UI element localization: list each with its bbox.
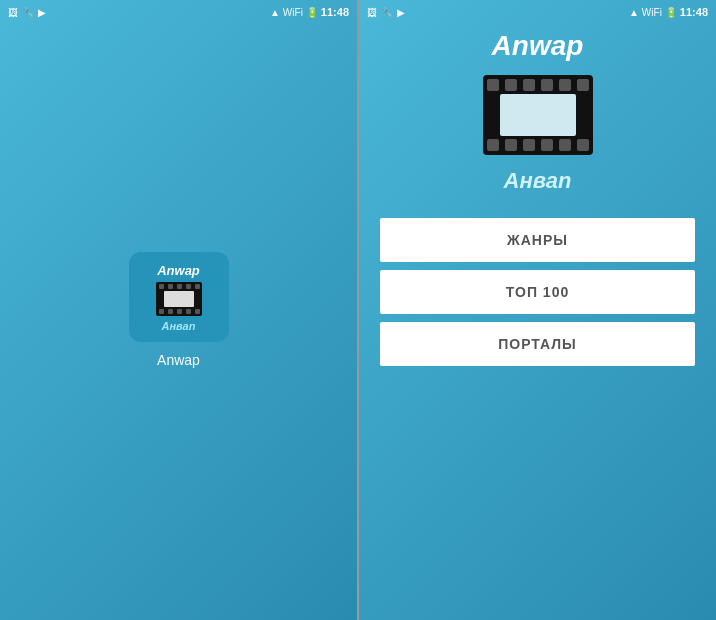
svg-rect-1 bbox=[159, 284, 164, 289]
tools-icon: 🔧 bbox=[22, 7, 34, 18]
left-status-icons-left: 🖼 🔧 ▶ bbox=[8, 7, 46, 18]
left-time: 11:48 bbox=[321, 6, 349, 18]
svg-rect-16 bbox=[541, 79, 553, 91]
left-app-icon-box: Anwap Анвап bbox=[129, 252, 229, 342]
svg-rect-8 bbox=[177, 309, 182, 314]
battery-icon: 🔋 bbox=[306, 7, 318, 18]
right-play-icon: ▶ bbox=[397, 7, 405, 18]
left-status-bar: 🖼 🔧 ▶ ▲ WiFi 🔋 11:48 bbox=[0, 0, 357, 24]
right-signal-icon: ▲ bbox=[629, 7, 639, 18]
right-status-icons-left: 🖼 🔧 ▶ bbox=[367, 7, 405, 18]
left-film-icon bbox=[154, 280, 204, 318]
left-app-icon-container[interactable]: Anwap Анвап Anwap bbox=[129, 252, 229, 368]
svg-rect-11 bbox=[164, 291, 194, 307]
top100-button[interactable]: ТОП 100 bbox=[380, 270, 694, 314]
right-status-icons-right: ▲ WiFi 🔋 11:48 bbox=[629, 6, 708, 18]
svg-rect-13 bbox=[487, 79, 499, 91]
left-status-icons-right: ▲ WiFi 🔋 11:48 bbox=[270, 6, 349, 18]
svg-rect-9 bbox=[186, 309, 191, 314]
signal-icon: ▲ bbox=[270, 7, 280, 18]
left-panel: 🖼 🔧 ▶ ▲ WiFi 🔋 11:48 Anwap bbox=[0, 0, 357, 620]
right-wifi-icon: WiFi bbox=[642, 7, 662, 18]
right-app-title: Anwap bbox=[492, 30, 584, 62]
right-time: 11:48 bbox=[680, 6, 708, 18]
right-app-subtitle: Анвап bbox=[504, 168, 572, 194]
right-status-bar: 🖼 🔧 ▶ ▲ WiFi 🔋 11:48 bbox=[359, 0, 716, 24]
svg-rect-21 bbox=[523, 139, 535, 151]
right-content: Anwap Анвап ЖАНРЫ ТОП 100 ПОРТА bbox=[359, 0, 716, 366]
right-tools-icon: 🔧 bbox=[381, 7, 393, 18]
svg-rect-14 bbox=[505, 79, 517, 91]
svg-rect-10 bbox=[195, 309, 200, 314]
menu-buttons: ЖАНРЫ ТОП 100 ПОРТАЛЫ bbox=[380, 218, 694, 366]
portals-button[interactable]: ПОРТАЛЫ bbox=[380, 322, 694, 366]
svg-rect-24 bbox=[577, 139, 589, 151]
svg-rect-15 bbox=[523, 79, 535, 91]
svg-rect-5 bbox=[195, 284, 200, 289]
right-battery-icon: 🔋 bbox=[665, 7, 677, 18]
svg-rect-3 bbox=[177, 284, 182, 289]
svg-rect-25 bbox=[500, 94, 576, 136]
svg-rect-4 bbox=[186, 284, 191, 289]
svg-rect-20 bbox=[505, 139, 517, 151]
left-app-top-label: Anwap bbox=[157, 263, 200, 278]
svg-rect-18 bbox=[577, 79, 589, 91]
svg-rect-19 bbox=[487, 139, 499, 151]
svg-rect-17 bbox=[559, 79, 571, 91]
right-panel: 🖼 🔧 ▶ ▲ WiFi 🔋 11:48 Anwap bbox=[359, 0, 716, 620]
play-icon: ▶ bbox=[38, 7, 46, 18]
left-app-name-label: Anwap bbox=[157, 352, 200, 368]
genres-button[interactable]: ЖАНРЫ bbox=[380, 218, 694, 262]
svg-rect-7 bbox=[168, 309, 173, 314]
svg-rect-6 bbox=[159, 309, 164, 314]
svg-rect-2 bbox=[168, 284, 173, 289]
svg-rect-23 bbox=[559, 139, 571, 151]
svg-rect-22 bbox=[541, 139, 553, 151]
right-film-icon bbox=[478, 70, 598, 160]
right-img-icon: 🖼 bbox=[367, 7, 377, 18]
left-app-bottom-label: Анвап bbox=[162, 320, 196, 332]
img-icon: 🖼 bbox=[8, 7, 18, 18]
wifi-icon: WiFi bbox=[283, 7, 303, 18]
